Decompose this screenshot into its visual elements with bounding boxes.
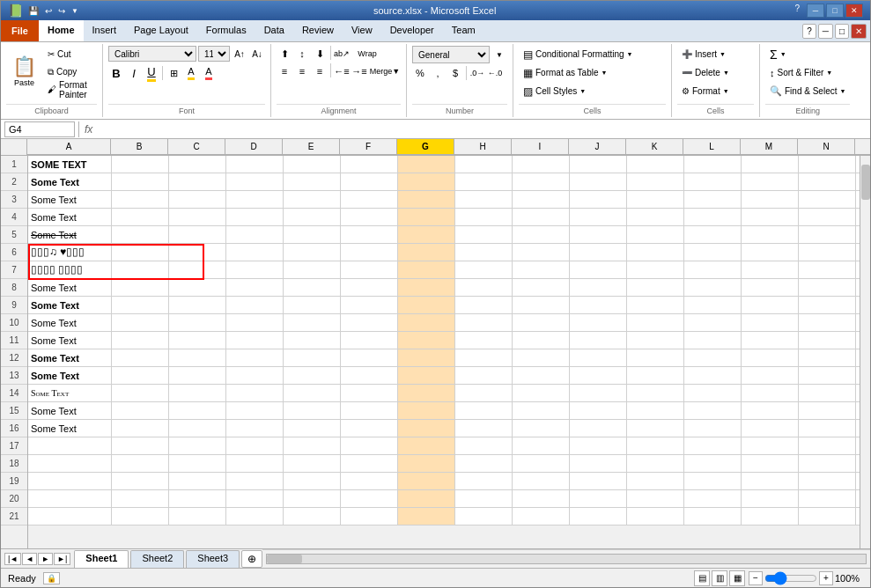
zoom-out-btn[interactable]: − — [749, 571, 763, 585]
row-num-1[interactable]: 1 — [1, 156, 27, 173]
row-num-20[interactable]: 20 — [1, 490, 27, 508]
cell-h16[interactable] — [455, 420, 513, 437]
cell-m13[interactable] — [742, 367, 799, 385]
cell-d6[interactable] — [226, 244, 284, 261]
cell-g10[interactable] — [398, 314, 455, 332]
wrap-text-btn[interactable]: Wrap — [351, 46, 383, 62]
col-header-n[interactable]: N — [798, 139, 855, 155]
cell-m3[interactable] — [742, 191, 799, 209]
cell-i13[interactable] — [513, 367, 570, 385]
row-num-14[interactable]: 14 — [1, 385, 27, 402]
cell-f7[interactable] — [341, 261, 398, 279]
cell-a9[interactable]: Some Text — [28, 297, 112, 314]
cell-b12[interactable] — [112, 349, 169, 367]
cell-l18[interactable] — [684, 455, 742, 473]
cell-a13[interactable]: Some Text — [28, 367, 112, 385]
cell-e15[interactable] — [284, 402, 341, 420]
cell-c16[interactable] — [169, 420, 226, 437]
cell-e14[interactable] — [284, 385, 341, 402]
macro-security-icon[interactable]: 🔒 — [43, 572, 60, 584]
horizontal-scrollbar[interactable] — [266, 554, 867, 564]
row-num-21[interactable]: 21 — [1, 508, 27, 526]
cell-c4[interactable] — [169, 209, 226, 226]
cell-j13[interactable] — [570, 367, 627, 385]
cell-g2[interactable] — [398, 173, 455, 191]
cell-n6[interactable] — [799, 244, 856, 261]
cell-e7[interactable] — [284, 261, 341, 279]
cell-d3[interactable] — [226, 191, 284, 209]
cell-g6[interactable] — [398, 244, 455, 261]
row-num-10[interactable]: 10 — [1, 314, 27, 332]
cell-c12[interactable] — [169, 349, 226, 367]
insert-button[interactable]: ➕ Insert ▼ — [677, 46, 730, 62]
cell-c17[interactable] — [169, 437, 226, 455]
align-bottom-btn[interactable]: ⬇ — [312, 46, 328, 62]
copy-button[interactable]: ⧉ Copy — [44, 63, 97, 80]
align-left-btn[interactable]: ≡ — [277, 63, 292, 79]
cell-c3[interactable] — [169, 191, 226, 209]
cell-g5[interactable] — [398, 226, 455, 244]
decrease-indent-btn[interactable]: ←≡ — [334, 63, 350, 79]
cell-m7[interactable] — [742, 261, 799, 279]
cell-i21[interactable] — [513, 508, 570, 526]
cell-n1[interactable] — [799, 156, 856, 173]
cell-l20[interactable] — [684, 490, 742, 508]
cell-f20[interactable] — [341, 490, 398, 508]
paste-button[interactable]: 📋 Paste — [6, 46, 42, 99]
increase-font-btn[interactable]: A↑ — [232, 46, 247, 62]
tab-file[interactable]: File — [1, 20, 39, 41]
align-right-btn[interactable]: ≡ — [312, 63, 328, 79]
cell-n12[interactable] — [799, 349, 856, 367]
cell-j20[interactable] — [570, 490, 627, 508]
row-num-17[interactable]: 17 — [1, 437, 27, 455]
row-num-5[interactable]: 5 — [1, 226, 27, 244]
cell-c14[interactable] — [169, 385, 226, 402]
cell-d21[interactable] — [226, 508, 284, 526]
cell-h10[interactable] — [455, 314, 513, 332]
cell-k16[interactable] — [627, 420, 684, 437]
increase-indent-btn[interactable]: →≡ — [351, 63, 367, 79]
comma-btn[interactable]: , — [430, 65, 446, 81]
cell-g21[interactable] — [398, 508, 455, 526]
cell-g13[interactable] — [398, 367, 455, 385]
italic-button[interactable]: I — [126, 65, 142, 81]
cell-h1[interactable] — [455, 156, 513, 173]
cell-m8[interactable] — [742, 279, 799, 297]
border-btn[interactable]: ⊞ — [166, 65, 181, 81]
vertical-scroll-thumb[interactable] — [861, 165, 870, 200]
cell-m9[interactable] — [742, 297, 799, 314]
cell-k12[interactable] — [627, 349, 684, 367]
cell-k9[interactable] — [627, 297, 684, 314]
cell-l4[interactable] — [684, 209, 742, 226]
cell-e8[interactable] — [284, 279, 341, 297]
sheet-tab-sheet3[interactable]: Sheet3 — [186, 550, 240, 568]
cell-m4[interactable] — [742, 209, 799, 226]
row-num-2[interactable]: 2 — [1, 173, 27, 191]
cell-h15[interactable] — [455, 402, 513, 420]
cell-h12[interactable] — [455, 349, 513, 367]
ribbon-minimize-btn[interactable]: ─ — [818, 24, 833, 39]
col-header-o[interactable]: O — [855, 139, 870, 155]
cell-i19[interactable] — [513, 473, 570, 490]
cell-g4[interactable] — [398, 209, 455, 226]
cell-k1[interactable] — [627, 156, 684, 173]
add-sheet-btn[interactable]: ⊕ — [241, 550, 262, 568]
cell-m14[interactable] — [742, 385, 799, 402]
horizontal-scroll-thumb[interactable] — [267, 555, 302, 563]
delete-button[interactable]: ➖ Delete ▼ — [677, 64, 734, 81]
cell-l2[interactable] — [684, 173, 742, 191]
cell-f13[interactable] — [341, 367, 398, 385]
cell-g7[interactable] — [398, 261, 455, 279]
cell-c18[interactable] — [169, 455, 226, 473]
underline-button[interactable]: U — [144, 65, 159, 81]
cell-d14[interactable] — [226, 385, 284, 402]
cell-i8[interactable] — [513, 279, 570, 297]
vertical-scrollbar[interactable] — [860, 156, 870, 548]
cell-a2[interactable]: Some Text — [28, 173, 112, 191]
cell-c13[interactable] — [169, 367, 226, 385]
cell-a17[interactable] — [28, 437, 112, 455]
cell-a5[interactable]: Some Text — [28, 226, 112, 244]
col-header-g[interactable]: G — [397, 139, 454, 155]
dollar-btn[interactable]: $ — [447, 65, 463, 81]
cell-c8[interactable] — [169, 279, 226, 297]
